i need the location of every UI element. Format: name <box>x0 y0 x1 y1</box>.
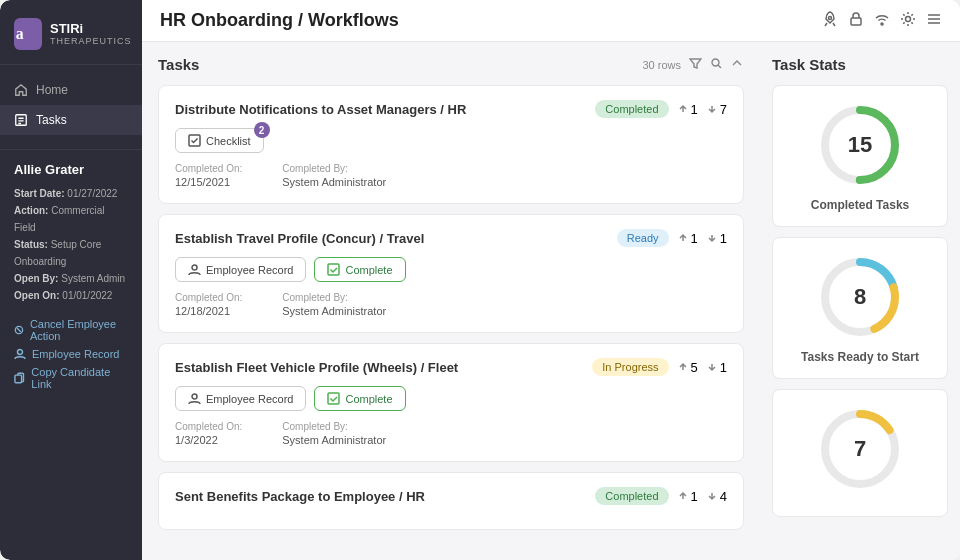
task-2-arrows-down: 1 <box>720 231 727 246</box>
checklist-button[interactable]: Checklist 2 <box>175 128 264 153</box>
task-1-completed-by-value: System Administrator <box>282 176 386 188</box>
svg-point-21 <box>192 394 197 399</box>
search-icon[interactable] <box>710 57 723 72</box>
stat-completed-number: 15 <box>848 132 872 158</box>
tasks-panel: Tasks 30 rows <box>142 42 760 560</box>
task-4-title: Sent Benefits Package to Employee / HR <box>175 489 425 504</box>
donut-inprogress: 7 <box>815 404 905 494</box>
svg-rect-10 <box>851 18 861 25</box>
cancel-employee-action-label: Cancel Employee Action <box>30 318 128 342</box>
rocket-icon[interactable] <box>822 11 838 30</box>
task-1-arrows-down: 7 <box>720 102 727 117</box>
task-2-buttons: Employee Record Complete <box>175 257 727 282</box>
task-2-completed-on: Completed On: 12/18/2021 <box>175 292 242 318</box>
action-label: Action: <box>14 205 48 216</box>
top-bar-icons <box>822 11 942 30</box>
task-1-completed-by: Completed By: System Administrator <box>282 163 386 189</box>
stat-ready-number: 8 <box>854 284 866 310</box>
menu-icon[interactable] <box>926 11 942 30</box>
task-2-badge: Ready <box>617 229 669 247</box>
svg-point-11 <box>881 23 883 25</box>
wifi-icon[interactable] <box>874 11 890 30</box>
task-3-completed-on-label: Completed On: <box>175 421 242 432</box>
svg-rect-20 <box>328 264 339 275</box>
stats-panel: Task Stats 15 Completed Tasks <box>760 42 960 560</box>
sidebar-item-tasks[interactable]: Tasks <box>0 105 142 135</box>
svg-rect-22 <box>328 393 339 404</box>
task-card-1: Distribute Notifications to Asset Manage… <box>158 85 744 204</box>
brand-name: STIRi <box>50 22 132 36</box>
task-4-badge: Completed <box>595 487 668 505</box>
stat-ready-label: Tasks Ready to Start <box>787 350 933 364</box>
task-card-3-header: Establish Fleet Vehicle Profile (Wheels)… <box>175 358 727 376</box>
task-4-arrows-up: 1 <box>691 489 698 504</box>
task-1-arrow-down: 7 <box>706 102 727 117</box>
task-3-completed-by-label: Completed By: <box>282 421 386 432</box>
nav-items: Home Tasks <box>0 65 142 145</box>
task-1-title: Distribute Notifications to Asset Manage… <box>175 102 466 117</box>
task-1-completed-on-value: 12/15/2021 <box>175 176 230 188</box>
stat-card-inprogress: 7 <box>772 389 948 517</box>
task-1-completed-on-label: Completed On: <box>175 163 242 174</box>
task-4-arrow-up: 1 <box>677 489 698 504</box>
svg-line-17 <box>718 65 721 68</box>
stat-card-ready: 8 Tasks Ready to Start <box>772 237 948 379</box>
task-1-arrows-up: 1 <box>691 102 698 117</box>
settings-icon[interactable] <box>900 11 916 30</box>
task-2-completed-on-value: 12/18/2021 <box>175 305 230 317</box>
task-3-arrows-down: 1 <box>720 360 727 375</box>
sidebar: a STIRi THERAPEUTICS Home Tasks Allie Gr… <box>0 0 142 560</box>
complete-button-2[interactable]: Complete <box>314 257 405 282</box>
task-1-buttons: Checklist 2 <box>175 128 727 153</box>
stat-completed-label: Completed Tasks <box>787 198 933 212</box>
task-3-buttons: Employee Record Complete <box>175 386 727 411</box>
svg-point-7 <box>18 350 23 355</box>
checklist-label: Checklist <box>206 135 251 147</box>
task-1-right: Completed 1 7 <box>595 100 727 118</box>
filter-icon[interactable] <box>689 57 702 72</box>
logo-area: a STIRi THERAPEUTICS <box>0 0 142 65</box>
sidebar-item-home-label: Home <box>36 83 68 97</box>
task-3-completed-by: Completed By: System Administrator <box>282 421 386 447</box>
task-2-right: Ready 1 1 <box>617 229 727 247</box>
complete-button-3[interactable]: Complete <box>314 386 405 411</box>
top-bar: HR Onboarding / Workflows <box>142 0 960 42</box>
task-2-arrows-up: 1 <box>691 231 698 246</box>
stat-card-completed: 15 Completed Tasks <box>772 85 948 227</box>
svg-line-6 <box>17 328 21 332</box>
cancel-employee-action-link[interactable]: Cancel Employee Action <box>14 318 128 342</box>
page-title: HR Onboarding / Workflows <box>160 10 399 31</box>
task-3-completed-on: Completed On: 1/3/2022 <box>175 421 242 447</box>
open-on-label: Open On: <box>14 290 60 301</box>
employee-record-btn-label-3: Employee Record <box>206 393 293 405</box>
complete-btn-label-2: Complete <box>345 264 392 276</box>
tasks-panel-title: Tasks <box>158 56 199 73</box>
task-card-2-header: Establish Travel Profile (Concur) / Trav… <box>175 229 727 247</box>
task-card-4-header: Sent Benefits Package to Employee / HR C… <box>175 487 727 505</box>
task-3-arrows-up: 5 <box>691 360 698 375</box>
task-1-completed-on: Completed On: 12/15/2021 <box>175 163 242 189</box>
task-3-footer: Completed On: 1/3/2022 Completed By: Sys… <box>175 421 727 447</box>
main-content: HR Onboarding / Workflows <box>142 0 960 560</box>
user-section: Allie Grater Start Date: 01/27/2022 Acti… <box>0 149 142 402</box>
task-1-badge: Completed <box>595 100 668 118</box>
donut-ready: 8 <box>815 252 905 342</box>
checklist-badge: 2 <box>254 122 270 138</box>
task-1-arrow-up: 1 <box>677 102 698 117</box>
task-2-completed-by-label: Completed By: <box>282 292 386 303</box>
lock-icon[interactable] <box>848 11 864 30</box>
start-date-label: Start Date: <box>14 188 65 199</box>
copy-candidate-link[interactable]: Copy Candidate Link <box>14 366 128 390</box>
task-card-2: Establish Travel Profile (Concur) / Trav… <box>158 214 744 333</box>
task-card-1-header: Distribute Notifications to Asset Manage… <box>175 100 727 118</box>
logo-icon: a <box>14 18 42 50</box>
stats-panel-title: Task Stats <box>772 56 948 73</box>
svg-point-9 <box>829 17 832 20</box>
expand-icon[interactable] <box>731 57 744 72</box>
task-2-arrow-up: 1 <box>677 231 698 246</box>
sidebar-item-home[interactable]: Home <box>0 75 142 105</box>
employee-record-button-3[interactable]: Employee Record <box>175 386 306 411</box>
employee-record-button-2[interactable]: Employee Record <box>175 257 306 282</box>
employee-record-link[interactable]: Employee Record <box>14 348 128 360</box>
task-3-arrow-up: 5 <box>677 360 698 375</box>
